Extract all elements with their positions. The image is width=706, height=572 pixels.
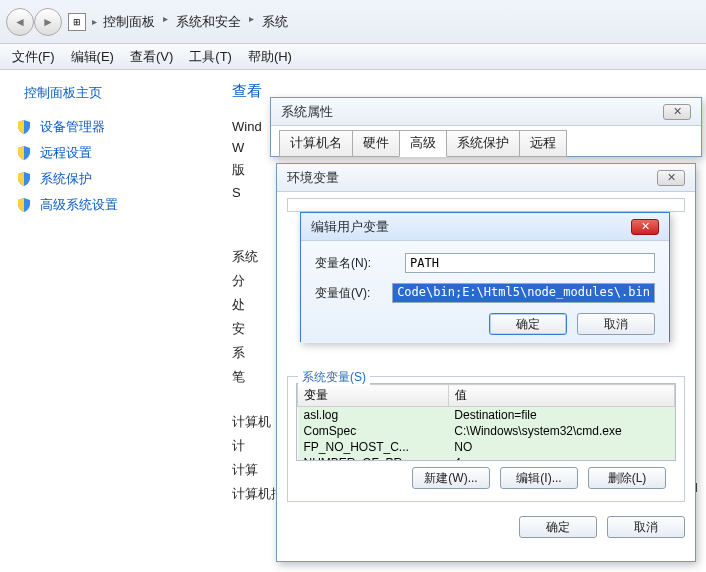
breadcrumb[interactable]: 控制面板 ▸ 系统和安全 ▸ 系统 bbox=[103, 13, 288, 31]
cell-value: NO bbox=[448, 439, 674, 455]
cancel-button[interactable]: 取消 bbox=[607, 516, 685, 538]
sidebar-item-system-protection[interactable]: 系统保护 bbox=[16, 170, 208, 188]
dialog-title: 环境变量 bbox=[287, 169, 339, 187]
table-row[interactable]: ComSpecC:\Windows\system32\cmd.exe bbox=[298, 423, 675, 439]
system-properties-dialog: 系统属性 ✕ 计算机名 硬件 高级 系统保护 远程 bbox=[270, 97, 702, 157]
delete-button[interactable]: 删除(L) bbox=[588, 467, 666, 489]
ok-button[interactable]: 确定 bbox=[519, 516, 597, 538]
sidebar-title[interactable]: 控制面板主页 bbox=[24, 84, 208, 102]
nav-back-button[interactable]: ◄ bbox=[6, 8, 34, 36]
dialog-titlebar[interactable]: 系统属性 ✕ bbox=[271, 98, 701, 126]
dialog-body: 变量名(N): 变量值(V): Code\bin;E:\Html5\node_m… bbox=[301, 241, 669, 343]
breadcrumb-item[interactable]: 控制面板 bbox=[103, 13, 155, 31]
breadcrumb-separator: ▸ bbox=[92, 16, 97, 27]
dialog-title: 编辑用户变量 bbox=[311, 218, 389, 236]
cell-name: FP_NO_HOST_C... bbox=[298, 439, 449, 455]
sidebar-item-label: 高级系统设置 bbox=[40, 196, 118, 214]
sidebar: 控制面板主页 设备管理器 远程设置 系统保护 高级系统设置 bbox=[0, 70, 220, 572]
nav-buttons: ◄ ► bbox=[6, 8, 62, 36]
menu-edit[interactable]: 编辑(E) bbox=[71, 48, 114, 66]
tab-advanced[interactable]: 高级 bbox=[399, 130, 447, 157]
new-button[interactable]: 新建(W)... bbox=[412, 467, 490, 489]
breadcrumb-separator: ▸ bbox=[249, 13, 254, 31]
location-icon[interactable]: ⊞ bbox=[68, 13, 86, 31]
system-variables-table-wrap[interactable]: 变量 值 asl.logDestination=fileComSpecC:\Wi… bbox=[296, 383, 676, 461]
sidebar-item-label: 系统保护 bbox=[40, 170, 92, 188]
dialog-buttons: 确定 取消 bbox=[315, 313, 655, 337]
variable-name-label: 变量名(N): bbox=[315, 255, 397, 272]
dialog-titlebar[interactable]: 环境变量 ✕ bbox=[277, 164, 695, 192]
system-variables-label: 系统变量(S) bbox=[298, 369, 370, 386]
tabbar: 计算机名 硬件 高级 系统保护 远程 bbox=[279, 130, 693, 157]
shield-icon bbox=[16, 145, 32, 161]
menu-file[interactable]: 文件(F) bbox=[12, 48, 55, 66]
shield-icon bbox=[16, 197, 32, 213]
dialog-titlebar[interactable]: 编辑用户变量 ✕ bbox=[301, 213, 669, 241]
close-icon[interactable]: ✕ bbox=[631, 219, 659, 235]
sidebar-item-label: 远程设置 bbox=[40, 144, 92, 162]
shield-icon bbox=[16, 171, 32, 187]
system-variables-group: 系统变量(S) 变量 值 asl.logDestination=fileComS… bbox=[287, 376, 685, 502]
breadcrumb-item[interactable]: 系统和安全 bbox=[176, 13, 241, 31]
user-variables-group: Administrator 的用户变量(U) bbox=[287, 198, 685, 212]
menu-help[interactable]: 帮助(H) bbox=[248, 48, 292, 66]
sidebar-item-label: 设备管理器 bbox=[40, 118, 105, 136]
dialog-title: 系统属性 bbox=[281, 103, 333, 121]
tab-computer-name[interactable]: 计算机名 bbox=[279, 130, 353, 157]
breadcrumb-separator: ▸ bbox=[163, 13, 168, 31]
nav-forward-button[interactable]: ► bbox=[34, 8, 62, 36]
variable-value-label: 变量值(V): bbox=[315, 285, 384, 302]
dialog-buttons: 确定 取消 bbox=[277, 510, 695, 544]
col-value[interactable]: 值 bbox=[448, 385, 674, 407]
close-icon[interactable]: ✕ bbox=[657, 170, 685, 186]
variable-value-input[interactable]: Code\bin;E:\Html5\node_modules\.bin bbox=[392, 283, 655, 303]
cell-name: ComSpec bbox=[298, 423, 449, 439]
col-name[interactable]: 变量 bbox=[298, 385, 449, 407]
tab-remote[interactable]: 远程 bbox=[519, 130, 567, 157]
shield-icon bbox=[16, 119, 32, 135]
table-row[interactable]: FP_NO_HOST_C...NO bbox=[298, 439, 675, 455]
table-row[interactable]: asl.logDestination=file bbox=[298, 407, 675, 424]
system-variables-table: 变量 值 asl.logDestination=fileComSpecC:\Wi… bbox=[297, 384, 675, 461]
ok-button[interactable]: 确定 bbox=[489, 313, 567, 335]
explorer-titlebar: ◄ ► ⊞ ▸ 控制面板 ▸ 系统和安全 ▸ 系统 bbox=[0, 0, 706, 44]
menu-view[interactable]: 查看(V) bbox=[130, 48, 173, 66]
sidebar-item-remote[interactable]: 远程设置 bbox=[16, 144, 208, 162]
system-variables-buttons: 新建(W)... 编辑(I)... 删除(L) bbox=[296, 461, 676, 495]
breadcrumb-item[interactable]: 系统 bbox=[262, 13, 288, 31]
cell-value: C:\Windows\system32\cmd.exe bbox=[448, 423, 674, 439]
sidebar-item-advanced[interactable]: 高级系统设置 bbox=[16, 196, 208, 214]
cell-name: asl.log bbox=[298, 407, 449, 424]
tab-hardware[interactable]: 硬件 bbox=[352, 130, 400, 157]
edit-user-variable-dialog: 编辑用户变量 ✕ 变量名(N): 变量值(V): Code\bin;E:\Htm… bbox=[300, 212, 670, 342]
cell-value: Destination=file bbox=[448, 407, 674, 424]
variable-name-input[interactable] bbox=[405, 253, 655, 273]
cancel-button[interactable]: 取消 bbox=[577, 313, 655, 335]
edit-button[interactable]: 编辑(I)... bbox=[500, 467, 578, 489]
menubar: 文件(F) 编辑(E) 查看(V) 工具(T) 帮助(H) bbox=[0, 44, 706, 70]
sidebar-item-device-manager[interactable]: 设备管理器 bbox=[16, 118, 208, 136]
tab-system-protection[interactable]: 系统保护 bbox=[446, 130, 520, 157]
close-icon[interactable]: ✕ bbox=[663, 104, 691, 120]
menu-tools[interactable]: 工具(T) bbox=[189, 48, 232, 66]
